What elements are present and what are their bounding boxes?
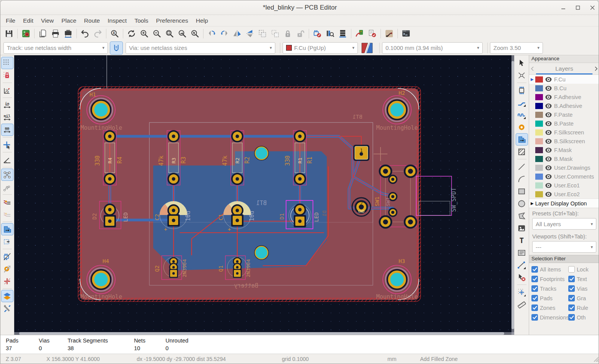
filter-pads[interactable]: Pads bbox=[531, 293, 568, 303]
menu-place[interactable]: Place bbox=[58, 16, 80, 25]
track-width-select[interactable]: Track: use netclass width▾ bbox=[3, 42, 108, 54]
footprint-editor-button[interactable] bbox=[311, 28, 323, 40]
visibility-eye-icon[interactable] bbox=[545, 86, 552, 91]
filter-tracks[interactable]: Tracks bbox=[531, 284, 568, 293]
layer-row-b-adhesive[interactable]: B.Adhesive bbox=[529, 101, 599, 110]
close-button[interactable] bbox=[589, 5, 596, 11]
titlebar[interactable]: *led_blinky — PCB Editor bbox=[0, 0, 599, 15]
layer-row-b-paste[interactable]: B.Paste bbox=[529, 119, 599, 128]
layer-color-swatch[interactable] bbox=[535, 138, 543, 144]
scripting-console-button[interactable] bbox=[400, 28, 412, 40]
layer-row-b-cu[interactable]: B.Cu bbox=[529, 84, 599, 93]
route-tracks-button[interactable] bbox=[516, 97, 528, 108]
checkbox-checked-icon[interactable] bbox=[568, 304, 575, 311]
redo-button[interactable] bbox=[92, 28, 104, 40]
zoom-out-button[interactable] bbox=[151, 28, 163, 40]
checkbox-checked-icon[interactable] bbox=[531, 285, 538, 292]
update-pcb-from-schematic-button[interactable] bbox=[354, 28, 366, 40]
filter-zones[interactable]: Zones bbox=[531, 303, 568, 313]
show-ratsnest-button[interactable] bbox=[2, 169, 13, 180]
layer-color-swatch[interactable] bbox=[535, 94, 543, 100]
select-tool-button[interactable] bbox=[516, 57, 528, 69]
layer-row-f-cu[interactable]: ▶F.Cu bbox=[529, 75, 599, 84]
canvas-vertical-scrollbar[interactable] bbox=[511, 55, 514, 335]
polar-coordinates-button[interactable]: rθ bbox=[2, 84, 13, 96]
visibility-eye-icon[interactable] bbox=[545, 77, 552, 82]
units-mm-button[interactable]: mm bbox=[2, 124, 13, 136]
layer-color-swatch[interactable] bbox=[535, 182, 543, 189]
draw-line-button[interactable] bbox=[516, 161, 528, 172]
layer-color-swatch[interactable] bbox=[535, 76, 543, 83]
visibility-eye-icon[interactable] bbox=[545, 112, 552, 117]
checkbox-checked-icon[interactable] bbox=[568, 276, 575, 282]
zoom-fit-button[interactable] bbox=[164, 28, 175, 40]
page-settings-button[interactable] bbox=[37, 28, 49, 40]
delete-tool-button[interactable] bbox=[516, 271, 528, 283]
layer-color-swatch[interactable] bbox=[535, 112, 543, 118]
layer-color-swatch[interactable] bbox=[535, 121, 543, 127]
curved-ratsnest-button[interactable] bbox=[2, 181, 13, 193]
zones-outline-button[interactable] bbox=[2, 236, 13, 247]
rule-area-button[interactable] bbox=[516, 146, 528, 157]
layer-row-f-mask[interactable]: F.Mask bbox=[529, 146, 599, 154]
visibility-eye-icon[interactable] bbox=[545, 192, 552, 197]
dim-nets-button[interactable] bbox=[2, 208, 13, 220]
checkbox-checked-icon[interactable] bbox=[531, 266, 538, 273]
draw-rectangle-button[interactable] bbox=[516, 185, 528, 197]
menu-view[interactable]: View bbox=[37, 16, 58, 25]
visibility-eye-icon[interactable] bbox=[545, 103, 552, 109]
grid-origin-button[interactable] bbox=[516, 286, 528, 298]
footprint-browser-button[interactable] bbox=[324, 28, 336, 40]
layer-display-options[interactable]: ▶ Layer Display Option bbox=[529, 199, 599, 208]
free-angle-mode-button[interactable] bbox=[2, 154, 13, 165]
save-button[interactable] bbox=[3, 28, 15, 40]
highlight-nets-button[interactable] bbox=[2, 196, 13, 208]
crosshair-full-button[interactable] bbox=[2, 139, 13, 151]
add-textbox-button[interactable] bbox=[516, 247, 528, 258]
place-via-button[interactable] bbox=[516, 121, 528, 133]
visibility-eye-icon[interactable] bbox=[545, 139, 552, 144]
board[interactable] bbox=[78, 87, 429, 302]
hide-footprint-fill-button[interactable] bbox=[2, 251, 13, 262]
menu-preferences[interactable]: Preferences bbox=[152, 16, 192, 25]
visibility-eye-icon[interactable] bbox=[545, 183, 552, 188]
zoom-selection-button[interactable] bbox=[189, 28, 201, 40]
print-button[interactable] bbox=[50, 28, 61, 40]
layer-row-user-eco1[interactable]: User.Eco1 bbox=[529, 181, 599, 190]
filter-oth[interactable]: Oth bbox=[568, 313, 599, 322]
active-layer-select[interactable]: F.Cu (PgUp)▾ bbox=[283, 42, 358, 54]
layer-color-swatch[interactable] bbox=[535, 174, 543, 180]
filter-footprints[interactable]: Footprints bbox=[531, 274, 568, 284]
refresh-button[interactable] bbox=[126, 28, 137, 40]
tune-length-button[interactable] bbox=[516, 109, 528, 121]
menu-route[interactable]: Route bbox=[80, 16, 104, 25]
zoom-in-button[interactable] bbox=[138, 28, 150, 40]
visibility-eye-icon[interactable] bbox=[545, 156, 552, 162]
unlock-button[interactable] bbox=[295, 28, 306, 40]
add-text-button[interactable]: T bbox=[516, 235, 528, 246]
visibility-eye-icon[interactable] bbox=[545, 130, 552, 135]
grid-select[interactable]: 0.1000 mm (3.94 mils)▾ bbox=[382, 42, 483, 54]
menu-file[interactable]: File bbox=[2, 16, 19, 25]
lock-button[interactable] bbox=[282, 28, 294, 40]
layer-row-user-drawings[interactable]: User.Drawings bbox=[529, 163, 599, 172]
layer-stack-button[interactable] bbox=[2, 290, 13, 302]
draw-circle-button[interactable] bbox=[516, 198, 528, 209]
visibility-eye-icon[interactable] bbox=[545, 121, 552, 126]
layer-color-swatch[interactable] bbox=[535, 85, 543, 91]
canvas-horizontal-scrollbar[interactable] bbox=[14, 332, 514, 335]
through-hole[interactable] bbox=[254, 245, 269, 260]
group-button[interactable] bbox=[256, 28, 268, 40]
filter-text[interactable]: Text bbox=[568, 274, 599, 284]
filter-dimensions[interactable]: Dimensions bbox=[531, 313, 568, 322]
checkbox-checked-icon[interactable] bbox=[568, 314, 575, 321]
rotate-cw-button[interactable] bbox=[218, 28, 230, 40]
track-via-sync-toggle[interactable] bbox=[110, 42, 122, 54]
tab-next-icon[interactable] bbox=[593, 66, 599, 71]
layer-row-user-eco2[interactable]: User.Eco2 bbox=[529, 190, 599, 199]
plot-button[interactable] bbox=[62, 28, 74, 40]
layer-row-b-mask[interactable]: B.Mask bbox=[529, 154, 599, 163]
maximize-button[interactable] bbox=[575, 5, 581, 11]
layer-color-swatch[interactable] bbox=[535, 103, 543, 109]
zoom-objects-button[interactable] bbox=[176, 28, 188, 40]
